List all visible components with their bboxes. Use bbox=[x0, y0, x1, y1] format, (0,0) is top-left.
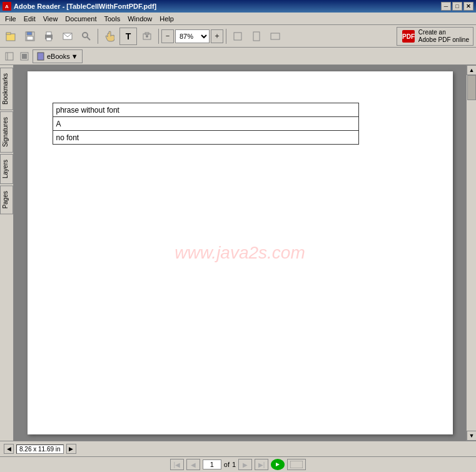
main-area: Bookmarks Signatures Layers Pages www.ja… bbox=[0, 65, 476, 441]
menu-document[interactable]: Document bbox=[61, 14, 100, 24]
svg-rect-14 bbox=[234, 33, 241, 40]
menu-edit[interactable]: Edit bbox=[20, 14, 39, 24]
toolbar2: eBooks ▼ bbox=[0, 48, 476, 65]
svg-rect-15 bbox=[253, 32, 260, 41]
nav-page-info: of 1 bbox=[203, 459, 236, 469]
menu-file[interactable]: File bbox=[1, 14, 20, 24]
nav-first-button[interactable]: |◀ bbox=[170, 459, 184, 470]
svg-rect-3 bbox=[27, 32, 32, 35]
nav-prev-button[interactable]: ◀ bbox=[186, 459, 200, 470]
left-panel: Bookmarks Signatures Layers Pages bbox=[0, 65, 14, 441]
nav-extra-button[interactable] bbox=[287, 459, 306, 470]
close-button[interactable]: ✕ bbox=[463, 2, 473, 11]
svg-text:PDF: PDF bbox=[402, 33, 415, 40]
right-scrollbar: ▲ ▼ bbox=[466, 65, 476, 441]
zoom-out-button[interactable]: － bbox=[161, 29, 174, 43]
toolbar2-nav2[interactable] bbox=[18, 49, 31, 63]
status-bar: ◀ 8.26 x 11.69 in ▶ bbox=[0, 441, 476, 456]
svg-point-12 bbox=[146, 35, 148, 38]
window-title: Adobe Reader - [TableCellWithFontPDF.pdf… bbox=[14, 3, 156, 10]
toolbar: T － 50% 75% 87% 100% 125% 150% 200% ＋ PD… bbox=[0, 25, 476, 48]
hand-tool-button[interactable] bbox=[101, 28, 118, 45]
status-scroll-right[interactable]: ▶ bbox=[66, 444, 76, 454]
pages-tab[interactable]: Pages bbox=[0, 185, 13, 214]
svg-point-9 bbox=[83, 33, 88, 38]
svg-rect-25 bbox=[290, 461, 303, 468]
zoom-select[interactable]: 50% 75% 87% 100% 125% 150% 200% bbox=[175, 29, 210, 43]
pdf-page: www.java2s.com phrase without font A no … bbox=[28, 71, 453, 434]
svg-rect-19 bbox=[6, 53, 13, 60]
status-scroll-left[interactable]: ◀ bbox=[4, 444, 14, 454]
menu-bar: File Edit View Document Tools Window Hel… bbox=[0, 13, 476, 25]
nav-page-sep: of bbox=[224, 461, 230, 468]
svg-rect-16 bbox=[271, 33, 280, 39]
scroll-thumb[interactable] bbox=[467, 75, 476, 100]
layers-tab[interactable]: Layers bbox=[0, 154, 13, 184]
actual-size-button[interactable] bbox=[229, 28, 246, 45]
toolbar2-nav1[interactable] bbox=[3, 49, 16, 63]
snapshot-button[interactable] bbox=[138, 28, 156, 45]
print-button[interactable] bbox=[40, 28, 58, 45]
maximize-button[interactable]: □ bbox=[452, 2, 462, 11]
minimize-button[interactable]: ─ bbox=[441, 2, 451, 11]
svg-rect-6 bbox=[46, 32, 51, 35]
app-icon: A bbox=[3, 2, 11, 11]
toolbar-separator-2 bbox=[158, 29, 159, 44]
text-select-button[interactable]: T bbox=[119, 28, 137, 45]
scroll-up-button[interactable]: ▲ bbox=[467, 65, 476, 75]
create-pdf-label: Create anAdobe PDF online bbox=[418, 29, 469, 44]
nav-bar: |◀ ◀ of 1 ▶ ▶| bbox=[0, 456, 476, 472]
open-button[interactable] bbox=[3, 28, 20, 45]
create-pdf-button[interactable]: PDF Create anAdobe PDF online bbox=[397, 27, 473, 46]
email-button[interactable] bbox=[59, 28, 76, 45]
ebooks-label: eBooks bbox=[47, 53, 70, 60]
title-bar: A Adobe Reader - [TableCellWithFontPDF.p… bbox=[0, 0, 476, 13]
nav-audio-button[interactable] bbox=[271, 459, 285, 470]
svg-rect-4 bbox=[27, 36, 33, 40]
zoom-in-button[interactable]: ＋ bbox=[211, 29, 223, 43]
zoom-controls: － 50% 75% 87% 100% 125% 150% 200% ＋ bbox=[161, 29, 223, 43]
title-bar-left: A Adobe Reader - [TableCellWithFontPDF.p… bbox=[3, 2, 156, 11]
fit-page-button[interactable] bbox=[248, 28, 265, 45]
nav-page-total: 1 bbox=[232, 461, 236, 468]
svg-rect-23 bbox=[38, 53, 44, 60]
menu-window[interactable]: Window bbox=[124, 14, 156, 24]
toolbar-separator-3 bbox=[226, 29, 226, 44]
page-dimensions: 8.26 x 11.69 in bbox=[16, 444, 64, 454]
signatures-tab[interactable]: Signatures bbox=[0, 111, 13, 153]
scroll-down-button[interactable]: ▼ bbox=[467, 431, 476, 441]
pdf-container[interactable]: www.java2s.com phrase without font A no … bbox=[14, 65, 466, 441]
svg-rect-7 bbox=[46, 38, 51, 41]
svg-rect-0 bbox=[6, 34, 15, 41]
nav-last-button[interactable]: ▶| bbox=[255, 459, 268, 470]
table-cell-nofont: no font bbox=[53, 131, 358, 145]
menu-view[interactable]: View bbox=[39, 14, 62, 24]
svg-marker-24 bbox=[276, 463, 280, 466]
svg-line-10 bbox=[87, 37, 90, 40]
scroll-track[interactable] bbox=[467, 75, 476, 431]
table-row: no font bbox=[53, 131, 358, 145]
title-bar-controls: ─ □ ✕ bbox=[441, 2, 473, 11]
watermark: www.java2s.com bbox=[175, 243, 305, 263]
ebooks-button[interactable]: eBooks ▼ bbox=[33, 49, 83, 63]
table-row: phrase without font bbox=[53, 103, 358, 117]
fit-width-button[interactable] bbox=[266, 28, 284, 45]
menu-tools[interactable]: Tools bbox=[101, 14, 124, 24]
table-row: A bbox=[53, 117, 358, 131]
ebooks-dropdown-icon: ▼ bbox=[71, 53, 78, 60]
pdf-table: phrase without font A no font bbox=[53, 103, 359, 145]
bookmarks-tab[interactable]: Bookmarks bbox=[0, 68, 13, 110]
nav-page-input[interactable] bbox=[203, 459, 221, 469]
svg-rect-22 bbox=[22, 54, 27, 59]
table-cell-phrase: phrase without font bbox=[53, 103, 358, 117]
menu-help[interactable]: Help bbox=[156, 14, 178, 24]
save-button[interactable] bbox=[21, 28, 39, 45]
search-button[interactable] bbox=[78, 28, 95, 45]
nav-next-button[interactable]: ▶ bbox=[238, 459, 252, 470]
svg-rect-1 bbox=[6, 33, 11, 34]
table-cell-a: A bbox=[53, 117, 358, 131]
toolbar-separator-1 bbox=[98, 29, 98, 44]
